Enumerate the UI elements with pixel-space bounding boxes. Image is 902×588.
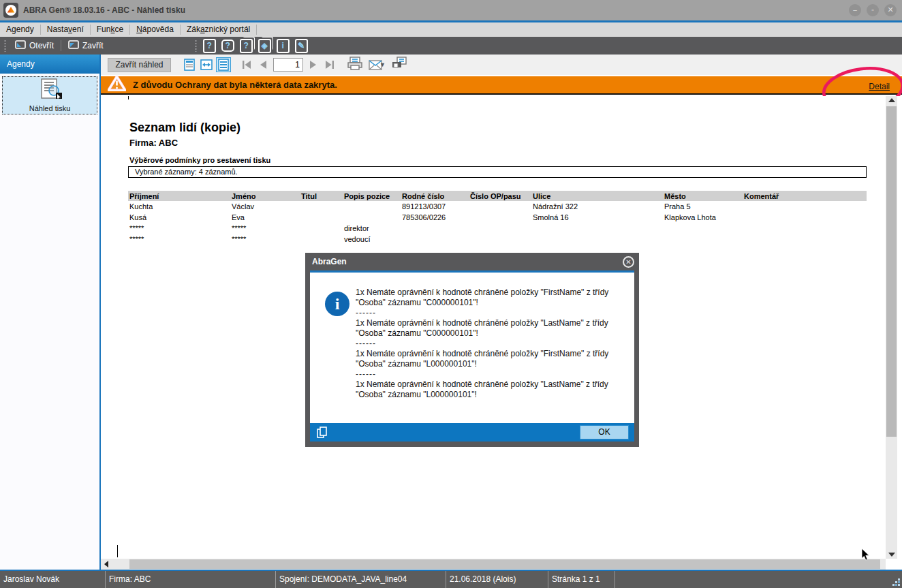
print-copies-button[interactable] [391,57,407,73]
toolbar-grip [195,40,197,52]
message-separator: ------ [356,369,629,380]
print-preview-icon [36,78,63,103]
last-page-button[interactable] [324,59,336,71]
report-selection-info: Vybrané záznamy: 4 záznamů. [128,166,867,178]
first-page-button[interactable] [240,59,253,71]
report-company: Firma: ABC [129,138,178,148]
sidebar: Agendy Náhled tisku [0,55,101,570]
close-button[interactable]: ✕ [884,4,897,16]
menu-napoveda[interactable]: Nápověda [130,22,180,37]
scroll-up-arrow[interactable] [888,98,895,102]
title-bar: ABRA Gen® 18.03.16 - ABC - Náhled tisku … [0,0,902,20]
dialog-messages: 1x Nemáte oprávnění k hodnotě chráněné p… [356,288,629,400]
main-toolbar: Otevřít Zavřít ? ? ? ◈ i ✎ [0,37,902,55]
scroll-down-arrow[interactable] [888,553,895,557]
next-page-button[interactable] [307,59,320,71]
status-connection: Spojení: DEMODATA_JAVA_line04 [276,571,446,588]
sidebar-header: Agendy [0,55,99,74]
col-header: Ulice [531,191,663,201]
help-document-icon[interactable]: ? [203,39,216,53]
status-user: Jaroslav Novák [0,571,106,588]
folder-close-icon [68,40,79,51]
dialog-message: 1x Nemáte oprávnění k hodnotě chráněné p… [356,288,629,308]
table-row: **********direktor [128,223,867,234]
col-header: Město [663,191,743,201]
scroll-left-arrow[interactable] [104,561,108,568]
table-header-row: Příjmení Jméno Titul Popis pozice Rodné … [128,191,867,201]
table-row: KusáEva785306/0226Smolná 16Klapkova Lhot… [128,212,867,223]
dialog-message: 1x Nemáte oprávnění k hodnotě chráněné p… [356,380,629,400]
dialog-message: 1x Nemáte oprávnění k hodnotě chráněné p… [356,318,629,339]
page-corner-mark [128,96,129,99]
menu-funkce[interactable]: Funkce [91,22,129,37]
abra-logo-icon [3,3,18,18]
dialog-close-icon[interactable]: ✕ [623,256,634,268]
report-conditions-heading: Výběrové podmínky pro sestavení tisku [129,156,270,164]
horizontal-scrollbar[interactable] [101,559,886,570]
related-documents-icon[interactable]: ◈ [258,39,271,53]
vertical-scroll-thumb[interactable] [886,106,897,437]
agenda-help-icon[interactable]: ? [240,39,253,53]
status-bar: Jaroslav Novák Firma: ABC Spojení: DEMOD… [0,570,902,588]
print-button[interactable] [347,57,363,73]
message-separator: ------ [356,339,629,349]
menu-separator [256,25,257,35]
close-preview-button[interactable]: Zavřít náhled [108,58,171,72]
toolbar-grip [4,40,6,52]
menu-nastaveni[interactable]: Nastavení [41,22,90,37]
preview-toolbar: Zavřít náhled [101,55,902,75]
col-header: Popis pozice [343,191,401,201]
ok-button[interactable]: OK [580,425,629,439]
fit-width-icon [200,59,213,71]
col-header: Komentář [743,191,867,201]
people-table: Příjmení Jméno Titul Popis pozice Rodné … [128,191,867,245]
col-header: Rodné číslo [401,191,469,201]
vertical-scrollbar[interactable] [886,96,897,559]
open-agenda-button[interactable]: Otevřít [10,38,59,53]
context-help-icon[interactable]: ? [221,40,234,52]
resize-grip[interactable] [891,577,901,587]
fit-width-view-button[interactable] [199,57,214,72]
sidebar-item-nahled-tisku[interactable]: Náhled tisku [2,76,97,114]
status-company: Firma: ABC [106,571,276,588]
page-corner-mark [117,545,118,557]
copy-to-clipboard-button[interactable] [315,426,329,439]
data-protection-warning-bar: Z důvodu Ochrany dat byla některá data z… [101,76,902,95]
folder-open-icon [15,40,26,51]
preview-panel: Zavřít náhled [101,55,902,570]
app-window: ABRA Gen® 18.03.16 - ABC - Náhled tisku … [0,0,902,588]
close-agenda-button[interactable]: Zavřít [63,38,109,53]
info-icon: i [325,292,349,316]
col-header: Titul [300,191,343,201]
menu-bar: Agendy Nastavení Funkce Nápověda Zákazni… [0,20,902,37]
export-email-button[interactable]: ▼ [369,60,386,70]
minimize-button[interactable]: – [849,4,861,16]
warning-triangle-icon [108,76,126,94]
warning-message: Z důvodu Ochrany dat byla některá data z… [133,80,337,90]
status-date: 21.06.2018 (Alois) [446,571,548,588]
table-row: KuchtaVáclav891213/0307Nádražní 322Praha… [128,201,867,212]
previous-page-button[interactable] [257,59,269,71]
col-header: Jméno [230,191,300,201]
report-title: Seznam lidí (kopie) [129,121,240,135]
col-header: Příjmení [128,191,230,201]
continuous-view-icon [218,59,229,71]
dialog-title: AbraGen [310,257,347,266]
warning-detail-link[interactable]: Detail [869,82,890,91]
status-page: Stránka 1 z 1 [548,571,615,588]
info-page-icon[interactable]: i [277,39,290,53]
menu-agendy[interactable]: Agendy [0,22,40,37]
col-header: Číslo OP/pasu [469,191,531,201]
menu-zakaznicky-portal[interactable]: Zákaznický portál [181,22,256,37]
dialog-footer: OK [310,423,634,442]
mouse-cursor [861,548,870,561]
continuous-view-button[interactable] [216,57,231,72]
page-number-input[interactable] [273,58,303,72]
horizontal-scroll-thumb[interactable] [129,559,880,569]
maximize-button[interactable]: ▫ [867,4,879,16]
export-dropdown-caret[interactable]: ▼ [379,61,386,68]
edit-notes-icon[interactable]: ✎ [295,39,308,53]
status-filler [615,571,902,588]
single-page-view-button[interactable] [182,57,197,72]
message-separator: ------ [356,308,629,318]
